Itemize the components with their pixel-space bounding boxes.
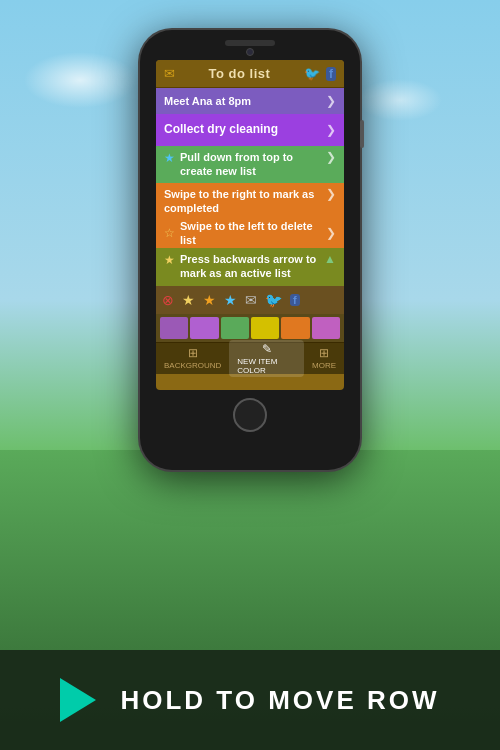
swatch-orange[interactable]: [281, 317, 309, 339]
todo-item-3-star: ★: [164, 151, 175, 165]
swatch-purple1[interactable]: [160, 317, 188, 339]
bottom-bar: HOLD TO MOVE ROW: [0, 650, 500, 750]
todo-item-3[interactable]: ★ Pull down from top to create new list …: [156, 146, 344, 183]
new-item-icon: ✎: [262, 342, 272, 356]
mail-action-icon[interactable]: ✉: [245, 292, 257, 308]
todo-item-2-text: Collect dry cleaning: [164, 122, 322, 138]
todo-item-6-text: Press backwards arrow to mark as an acti…: [180, 252, 320, 281]
facebook-icon[interactable]: f: [326, 67, 336, 81]
header-icons: 🐦 f: [304, 66, 336, 81]
play-triangle-icon: [60, 678, 96, 722]
swatch-yellow[interactable]: [251, 317, 279, 339]
todo-item-1[interactable]: Meet Ana at 8pm ❯: [156, 88, 344, 114]
todo-item-6-chevron: ▲: [324, 252, 336, 266]
background-icon: ⊞: [188, 346, 198, 360]
toolbar-background-btn[interactable]: ⊞ BACKGROUND: [156, 344, 229, 372]
todo-item-4-chevron: ❯: [326, 187, 336, 201]
app-title: To do list: [209, 66, 271, 81]
todo-item-2-chevron: ❯: [326, 123, 336, 137]
toolbar-new-item-label: NEW ITEM COLOR: [237, 357, 296, 375]
todo-item-1-chevron: ❯: [326, 94, 336, 108]
phone-camera: [246, 48, 254, 56]
remove-icon[interactable]: ⊗: [162, 292, 174, 308]
mail-icon[interactable]: ✉: [164, 66, 175, 81]
star-icon-3[interactable]: ★: [224, 292, 237, 308]
bottom-bar-text: HOLD TO MOVE ROW: [120, 685, 439, 716]
grass: [0, 450, 500, 650]
todo-item-1-text: Meet Ana at 8pm: [164, 94, 322, 108]
twitter-action-icon[interactable]: 🐦: [265, 292, 282, 308]
todo-item-4-text: Swipe to the right to mark as completed: [164, 187, 322, 216]
phone-side-button[interactable]: [360, 120, 364, 148]
todo-item-3-text: Pull down from top to create new list: [180, 150, 322, 179]
todo-item-6[interactable]: ★ Press backwards arrow to mark as an ac…: [156, 248, 344, 286]
twitter-icon[interactable]: 🐦: [304, 66, 320, 81]
todo-item-4[interactable]: Swipe to the right to mark as completed …: [156, 183, 344, 220]
todo-item-5-text: Swipe to the left to delete list: [180, 219, 322, 248]
phone-screen: ✉ To do list 🐦 f Meet Ana at 8pm ❯ Colle…: [156, 60, 344, 390]
home-button[interactable]: [233, 398, 267, 432]
todo-item-6-star: ★: [164, 253, 175, 267]
swatch-green[interactable]: [221, 317, 249, 339]
toolbar-more-label: MORE: [312, 361, 336, 370]
app-toolbar: ⊞ BACKGROUND ✎ NEW ITEM COLOR ⊞ MORE: [156, 342, 344, 374]
todo-item-5[interactable]: ☆ Swipe to the left to delete list ❯: [156, 219, 344, 248]
todo-item-2[interactable]: Collect dry cleaning ❯: [156, 114, 344, 146]
toolbar-new-item-btn[interactable]: ✎ NEW ITEM COLOR: [229, 340, 304, 377]
star-icon-2[interactable]: ★: [203, 292, 216, 308]
more-icon: ⊞: [319, 346, 329, 360]
toolbar-more-btn[interactable]: ⊞ MORE: [304, 344, 344, 372]
phone-shell: ✉ To do list 🐦 f Meet Ana at 8pm ❯ Colle…: [140, 30, 360, 470]
todo-item-5-chevron: ❯: [326, 226, 336, 240]
action-icons-row: ⊗ ★ ★ ★ ✉ 🐦 f: [156, 286, 344, 314]
swatch-magenta[interactable]: [312, 317, 340, 339]
star-icon-1[interactable]: ★: [182, 292, 195, 308]
todo-item-5-star: ☆: [164, 226, 175, 240]
fb-action-icon[interactable]: f: [290, 294, 300, 306]
toolbar-background-label: BACKGROUND: [164, 361, 221, 370]
phone-speaker: [225, 40, 275, 46]
app-header: ✉ To do list 🐦 f: [156, 60, 344, 88]
color-picker: [156, 314, 344, 342]
swatch-purple2[interactable]: [190, 317, 218, 339]
todo-item-3-chevron: ❯: [326, 150, 336, 164]
